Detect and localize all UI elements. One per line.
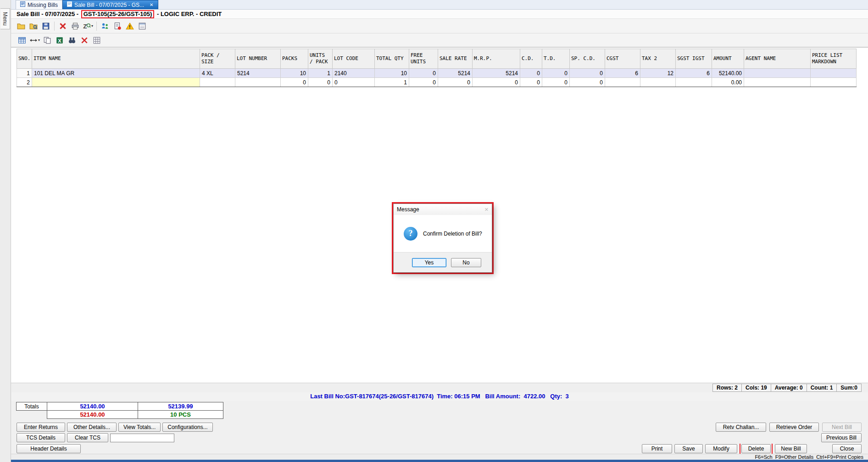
grid-cell[interactable]: 10	[281, 69, 308, 78]
browse-button[interactable]	[28, 21, 39, 32]
grid-cell[interactable]: 0	[542, 78, 570, 87]
next-bill-button[interactable]: Next Bill	[822, 423, 862, 432]
print-button-footer[interactable]: Print	[642, 444, 672, 453]
grid-cell[interactable]	[744, 69, 811, 78]
tab-sale-bill[interactable]: Sale Bill - 07/07/2025 - GS... ✕	[62, 0, 158, 9]
column-width-button[interactable]: ▾	[29, 35, 40, 46]
copy-button[interactable]	[42, 35, 53, 46]
grid-cell[interactable]: 0	[570, 69, 605, 78]
enter-returns-button[interactable]: Enter Returns	[17, 423, 65, 432]
grid-cell[interactable]	[676, 78, 712, 87]
dialog-close-icon[interactable]: ✕	[484, 207, 489, 213]
column-header[interactable]: TOTAL QTY	[375, 49, 409, 69]
grid-cell[interactable]: 0.00	[712, 78, 744, 87]
grid-cell[interactable]: 5214	[473, 69, 520, 78]
column-header[interactable]: PACK / SIZE	[200, 49, 235, 69]
tcs-input[interactable]	[110, 434, 174, 442]
find-button[interactable]	[67, 35, 78, 46]
tab-close-icon[interactable]: ✕	[150, 2, 153, 7]
configurations-button[interactable]: Configurations...	[162, 423, 212, 432]
grid-cell[interactable]: 0	[570, 78, 605, 87]
grid-cell[interactable]: 0	[520, 69, 542, 78]
retv-challan-button[interactable]: Retv Challan...	[716, 423, 766, 432]
alerts-button[interactable]	[124, 21, 135, 32]
column-header[interactable]: CGST	[605, 49, 640, 69]
grid-cell[interactable]: 0	[542, 69, 570, 78]
column-header[interactable]: AMOUNT	[712, 49, 744, 69]
grid-cell[interactable]	[235, 78, 281, 87]
grid-cell[interactable]: 4 XL	[200, 69, 235, 78]
column-header[interactable]: ITEM NAME	[32, 49, 200, 69]
grid-cell[interactable]: 0	[409, 69, 438, 78]
grid-cell[interactable]: 5214	[438, 69, 473, 78]
yes-button[interactable]: Yes	[412, 258, 446, 267]
modify-button[interactable]: Modify	[705, 444, 737, 453]
grid-cell[interactable]: 6	[676, 69, 712, 78]
header-details-button[interactable]: Header Details	[17, 444, 81, 453]
column-header[interactable]: M.R.P.	[473, 49, 520, 69]
open-button[interactable]	[16, 21, 27, 32]
table-view-button[interactable]	[17, 35, 28, 46]
grid-cell[interactable]	[640, 78, 676, 87]
column-header[interactable]: LOT NUMBER	[235, 49, 281, 69]
grid-cell[interactable]	[811, 69, 857, 78]
grid-cell[interactable]: 1	[375, 78, 409, 87]
grid-row[interactable]: 1101 DEL MA GR4 XL5214101214010052145214…	[17, 69, 857, 78]
grid-lines-button[interactable]	[91, 35, 102, 46]
grid-cell[interactable]	[32, 78, 200, 87]
grid-cell[interactable]: 2140	[333, 69, 375, 78]
export-button[interactable]	[112, 21, 123, 32]
grid-cell[interactable]	[200, 78, 235, 87]
grid-cell[interactable]: 10	[375, 69, 409, 78]
grid-cell[interactable]: 1	[17, 69, 32, 78]
column-header[interactable]: FREE UNITS	[409, 49, 438, 69]
close-button[interactable]: Close	[832, 444, 862, 453]
zoom-button[interactable]: Z ▾	[82, 21, 94, 32]
no-button[interactable]: No	[451, 258, 481, 267]
grid-cell[interactable]: 0	[333, 78, 375, 87]
column-header[interactable]: T.D.	[542, 49, 570, 69]
dialog-titlebar[interactable]: Message ✕	[394, 204, 492, 215]
grid-cell[interactable]: 0	[409, 78, 438, 87]
print-button[interactable]	[70, 21, 81, 32]
clear-tcs-button[interactable]: Clear TCS	[67, 433, 108, 442]
grid-cell[interactable]	[744, 78, 811, 87]
column-header[interactable]: AGENT NAME	[744, 49, 811, 69]
delete-button[interactable]: Delete	[741, 444, 771, 453]
save-button-footer[interactable]: Save	[674, 444, 703, 453]
previous-bill-button[interactable]: Previous Bill	[821, 433, 862, 442]
column-header[interactable]: LOT CODE	[333, 49, 375, 69]
column-header[interactable]: SNO.	[17, 49, 32, 69]
export-excel-button[interactable]: X	[54, 35, 65, 46]
grid-cell[interactable]: 0	[520, 78, 542, 87]
tcs-details-button[interactable]: TCS Details	[17, 433, 65, 442]
grid-cell[interactable]	[605, 78, 640, 87]
column-header[interactable]: SALE RATE	[438, 49, 473, 69]
analysis-button[interactable]	[100, 21, 111, 32]
column-header[interactable]: PACKS	[281, 49, 308, 69]
grid-cell[interactable]: 2	[17, 78, 32, 87]
column-header[interactable]: C.D.	[520, 49, 542, 69]
column-header[interactable]: PRICE LIST MARKDOWN	[811, 49, 857, 69]
grid-cell[interactable]	[811, 78, 857, 87]
grid-cell[interactable]: 52140.00	[712, 69, 744, 78]
new-bill-button[interactable]: New Bill	[775, 444, 807, 453]
tab-missing-bills[interactable]: Missing Bills	[16, 0, 62, 9]
menu-tab[interactable]: Menu	[0, 8, 10, 29]
column-header[interactable]: UNITS / PACK	[308, 49, 333, 69]
grid-cell[interactable]: 12	[640, 69, 676, 78]
grid-cell[interactable]: 5214	[235, 69, 281, 78]
delete-bill-button[interactable]	[57, 21, 68, 32]
grid-cell[interactable]: 0	[308, 78, 333, 87]
column-header[interactable]: TAX 2	[640, 49, 676, 69]
grid-cell[interactable]: 6	[605, 69, 640, 78]
other-details-button[interactable]: Other Details...	[67, 423, 117, 432]
grid-cell[interactable]: 101 DEL MA GR	[32, 69, 200, 78]
grid-cell[interactable]: 1	[308, 69, 333, 78]
retrieve-order-button[interactable]: Retrieve Order	[769, 423, 819, 432]
save-button[interactable]	[40, 21, 51, 32]
delete-row-button[interactable]	[79, 35, 90, 46]
grid-cell[interactable]: 0	[473, 78, 520, 87]
column-header[interactable]: SP. C.D.	[570, 49, 605, 69]
grid-cell[interactable]: 0	[281, 78, 308, 87]
